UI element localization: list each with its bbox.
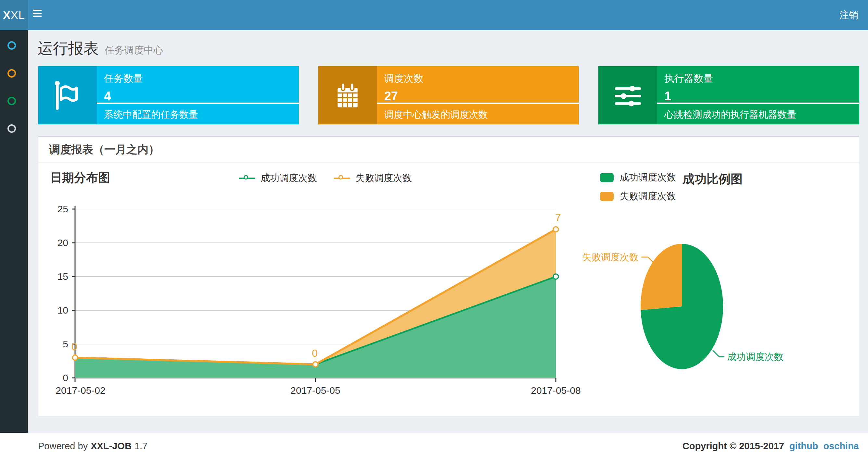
svg-text:0: 0 [71,341,77,353]
info-box-title: 任务数量 [104,72,299,86]
info-box-jobs: 任务数量 4 系统中配置的任务数量 [38,66,299,124]
info-box-divider [97,103,299,104]
svg-text:20: 20 [58,237,68,248]
top-navbar: XXL 注销 [0,0,868,30]
xxl-job-dashboard: XXL 注销 运行报表 任务调度中心 任务数量 4 [0,0,868,459]
app-logo[interactable]: XXL [0,0,28,30]
svg-text:0: 0 [312,347,318,359]
pie-chart [641,244,723,369]
sidebar-item-2 circle-outline-icon[interactable] [7,69,16,77]
logo-rest: XL [11,9,25,22]
page-title: 运行报表 [38,38,99,59]
svg-text:15: 15 [58,271,68,282]
report-panel: 调度报表（一月之内） 日期分布图 成功调度次数 失败调度次数 [38,136,859,417]
svg-text:5: 5 [63,338,68,349]
info-box-value: 27 [384,89,579,103]
info-box-desc: 调度中心触发的调度次数 [384,108,488,122]
product-name: XXL-JOB [91,441,131,452]
collapsed-sidebar [0,30,28,459]
svg-text:2017-05-08: 2017-05-08 [531,385,581,396]
info-box-title: 调度次数 [384,72,579,86]
info-box-row: 任务数量 4 系统中配置的任务数量 [38,66,859,124]
powered-by-text: Powered by [38,441,88,452]
info-box-triggers: 调度次数 27 调度中心触发的调度次数 [318,66,579,124]
sidebar-item-3 circle-outline-icon[interactable] [7,97,16,105]
logout-link[interactable]: 注销 [839,0,858,30]
charts-canvas: 0 5 10 15 20 25 2017-05-02 2017-05-05 20… [38,163,859,416]
info-box-executors: 执行器数量 1 心跳检测成功的执行器机器数量 [598,66,859,124]
svg-text:2017-05-02: 2017-05-02 [56,385,105,396]
oschina-link[interactable]: oschina [823,441,859,452]
info-box-desc: 系统中配置的任务数量 [104,108,198,122]
info-box-title: 执行器数量 [664,72,859,86]
copyright-text: Copyright © 2015-2017 [683,441,784,452]
logo-bold: X [3,9,11,22]
info-box-value: 1 [664,89,859,103]
page-header: 运行报表 任务调度中心 [38,38,163,59]
x-axis-labels: 2017-05-02 2017-05-05 2017-05-08 [56,385,581,396]
pie-label-fail: 失败调度次数 [582,252,639,262]
info-box-value: 4 [104,89,299,103]
sidebar-item-1 circle-outline-icon[interactable] [7,41,16,50]
page-subtitle: 任务调度中心 [104,45,163,56]
footer: Powered by XXL-JOB 1.7 Copyright © 2015-… [0,433,868,459]
calendar-icon [318,66,377,124]
svg-text:25: 25 [58,203,68,214]
info-box-divider [657,103,859,104]
product-version: 1.7 [134,441,148,452]
y-axis-labels: 0 5 10 15 20 25 [58,203,68,383]
pie-slice-fail[interactable] [641,244,682,310]
sidebar-item-4 circle-outline-icon[interactable] [7,124,16,133]
github-link[interactable]: github [789,441,818,452]
sidebar-toggle-icon[interactable] [33,10,41,20]
sliders-icon [598,66,657,124]
svg-text:2017-05-05: 2017-05-05 [290,385,340,396]
svg-text:10: 10 [58,305,68,316]
svg-text:0: 0 [63,372,68,383]
pie-label-success: 成功调度次数 [727,352,783,362]
svg-text:7: 7 [555,211,561,223]
info-box-desc: 心跳检测成功的执行器机器数量 [664,108,796,122]
panel-title: 调度报表（一月之内） [38,137,859,163]
flag-icon [38,66,97,124]
panel-body: 日期分布图 成功调度次数 失败调度次数 成 [38,163,859,416]
info-box-divider [377,103,579,104]
